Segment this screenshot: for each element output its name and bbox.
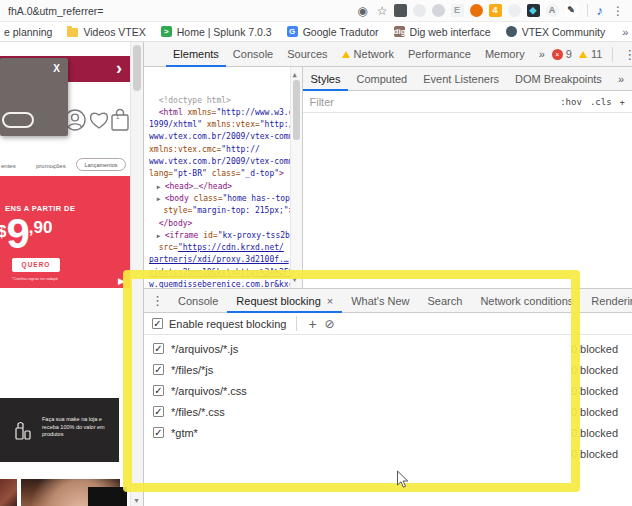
url-text[interactable]: fhA.0&utm_referrer= bbox=[8, 5, 103, 17]
tab-label: Memory bbox=[485, 42, 525, 67]
warning-count[interactable]: 11 bbox=[591, 48, 602, 60]
bookmarks-bar: e planningVideos VTEX>Home | Splunk 7.0.… bbox=[0, 22, 632, 42]
cart-count-badge: 1 bbox=[116, 114, 119, 120]
code-line[interactable]: ▶ <iframe id="kx-proxy-tss2bmn10" bbox=[149, 230, 288, 242]
product-photo[interactable] bbox=[0, 479, 17, 506]
orange-square-extension-icon[interactable]: 4 bbox=[489, 4, 502, 17]
elements-scrollbar[interactable]: ▲ ▼ bbox=[290, 67, 302, 288]
scrollbar-thumb[interactable] bbox=[293, 80, 300, 140]
devtools-tab-network[interactable]: Network bbox=[335, 42, 401, 67]
send-icon[interactable]: ◉ bbox=[357, 4, 367, 18]
dark-blue-extension-icon[interactable]: ◆ bbox=[527, 4, 540, 17]
wishlist-heart-icon[interactable] bbox=[88, 110, 110, 130]
tab-label: Network bbox=[354, 42, 394, 67]
dig-icon: dig bbox=[394, 26, 405, 37]
bookmark-label: Dig web interface bbox=[410, 26, 491, 38]
styles-content bbox=[303, 113, 632, 288]
popup-close-icon[interactable]: X bbox=[53, 63, 60, 74]
nav-launches-button[interactable]: Lançamentos bbox=[76, 158, 126, 171]
scroll-down-icon[interactable]: ▼ bbox=[133, 497, 140, 504]
code-line[interactable]: ▶ <body class="home has--topbanner" bbox=[149, 193, 288, 205]
highlight-annotation bbox=[123, 270, 580, 492]
promo-cta-button[interactable]: QUERO bbox=[12, 258, 60, 272]
new-rule-button[interactable]: + bbox=[620, 97, 625, 107]
nav-link[interactable]: entes bbox=[1, 163, 16, 169]
browser-menu-icon[interactable]: ⋮ bbox=[612, 4, 624, 18]
bookmark-item[interactable]: >Home | Splunk 7.0.3 bbox=[161, 26, 272, 38]
code-line[interactable]: style="margin-top: 215px;">… bbox=[149, 205, 288, 217]
styles-tab-»[interactable]: » bbox=[610, 67, 632, 91]
popup-button[interactable] bbox=[2, 112, 34, 128]
promo-fine-print: *Confira regras no rodapé bbox=[12, 276, 58, 281]
tab-label: Console bbox=[233, 42, 273, 67]
cart-bag-icon[interactable] bbox=[110, 108, 130, 132]
devtools-tab-sources[interactable]: Sources bbox=[280, 42, 334, 67]
bookmark-item[interactable]: digDig web interface bbox=[394, 26, 491, 38]
warning-badge-icon[interactable] bbox=[579, 51, 587, 58]
benefit-text: Faça sua make na loja e receba 100% do v… bbox=[42, 416, 110, 439]
code-line[interactable]: </body> bbox=[149, 218, 288, 230]
elements-tree[interactable]: <!doctype html> <html xmlns="http://www.… bbox=[144, 67, 302, 288]
person-extension-icon[interactable] bbox=[508, 4, 521, 17]
code-line[interactable]: partnerjs/xdi/proxy.3d2100f.… bbox=[149, 254, 288, 266]
bookmark-label: Home | Splunk 7.0.3 bbox=[177, 26, 272, 38]
bookmark-item[interactable]: e planning bbox=[4, 26, 52, 38]
code-line[interactable]: www.vtex.com.br/2009/vtex-common" bbox=[149, 131, 288, 143]
code-line[interactable]: <!doctype html> bbox=[149, 95, 288, 107]
error-badge-icon[interactable]: × bbox=[552, 49, 563, 60]
splunk-icon: > bbox=[161, 26, 172, 37]
tab-label: Sources bbox=[287, 42, 327, 67]
devtools-tab-elements[interactable]: Elements bbox=[166, 42, 226, 67]
grey-circle-extension-icon[interactable] bbox=[432, 4, 445, 17]
styles-tab-computed[interactable]: Computed bbox=[348, 67, 415, 91]
music-extension-icon[interactable]: ♪ bbox=[597, 4, 604, 18]
scrollbar-thumb[interactable] bbox=[133, 45, 141, 91]
promo-price: $9,90 bbox=[0, 212, 52, 256]
code-line[interactable]: src="https://cdn.krxd.net/ bbox=[149, 242, 288, 254]
circle-extension-icon[interactable] bbox=[413, 4, 426, 17]
bookmarks-overflow-icon[interactable]: » bbox=[622, 26, 628, 38]
bookmark-item[interactable]: Videos VTEX bbox=[67, 26, 145, 38]
orange-dot-extension-icon[interactable] bbox=[470, 4, 483, 17]
star-bookmark-icon[interactable]: ☆ bbox=[377, 4, 388, 18]
devtools-menu-icon[interactable]: ⋮ bbox=[616, 47, 632, 62]
styles-tab-styles[interactable]: Styles bbox=[303, 67, 349, 91]
devtools-toolbar: ElementsConsoleSourcesNetworkPerformance… bbox=[144, 42, 632, 67]
styles-tab-dom-breakpoints[interactable]: DOM Breakpoints bbox=[507, 67, 610, 91]
hover-toggle[interactable]: :hov bbox=[560, 97, 582, 107]
letter-a-extension-icon[interactable]: A bbox=[546, 4, 559, 17]
carousel-next-icon[interactable]: › bbox=[116, 58, 122, 79]
code-line[interactable]: <html xmlns="http://www.w3.org/ bbox=[149, 107, 288, 119]
bookmark-item[interactable]: GGoogle Tradutor bbox=[287, 26, 379, 38]
styles-sidebar: StylesComputedEvent ListenersDOM Breakpo… bbox=[302, 67, 632, 288]
tab-label: Performance bbox=[408, 42, 471, 67]
promo-banner[interactable]: ENS A PARTIR DE $9,90 QUERO *Confira reg… bbox=[0, 176, 130, 288]
drawer-tab-rendering[interactable]: Rendering bbox=[582, 289, 632, 313]
tab-label: » bbox=[539, 42, 545, 67]
code-line[interactable]: www.vtex.com.br/2009/vtex-commerce" bbox=[149, 156, 288, 168]
devtools-tab-console[interactable]: Console bbox=[226, 42, 280, 67]
bookmark-item[interactable]: VTEX Community bbox=[506, 26, 605, 38]
devtools-tab-memory[interactable]: Memory bbox=[478, 42, 532, 67]
nav-link[interactable]: promoções bbox=[36, 163, 66, 169]
devtools-tab-performance[interactable]: Performance bbox=[401, 42, 478, 67]
warning-icon bbox=[342, 51, 350, 58]
code-line[interactable]: ▶ <head>…</head> bbox=[149, 181, 288, 193]
devtools-tab-»[interactable]: » bbox=[532, 42, 552, 67]
code-line[interactable]: xmlns:vtex.cmc="http:// bbox=[149, 144, 288, 156]
bookmark-label: e planning bbox=[4, 26, 52, 38]
code-line[interactable]: 1999/xhtml" xmlns:vtex="http:// bbox=[149, 119, 288, 131]
toolbar-divider bbox=[587, 4, 588, 17]
shield-extension-icon[interactable] bbox=[394, 4, 407, 17]
pen-extension-icon[interactable]: ✎ bbox=[565, 4, 578, 17]
toolbar-divider bbox=[612, 47, 613, 62]
mouse-cursor bbox=[396, 470, 409, 489]
folder-icon bbox=[67, 28, 78, 37]
styles-tab-event-listeners[interactable]: Event Listeners bbox=[415, 67, 507, 91]
bookmark-label: Google Tradutor bbox=[303, 26, 379, 38]
error-count[interactable]: 9 bbox=[566, 48, 572, 60]
code-line[interactable]: lang="pt-BR" class="_d-top"> bbox=[149, 168, 288, 180]
styles-filter-input[interactable]: Filter bbox=[310, 96, 334, 108]
class-toggle[interactable]: .cls bbox=[590, 97, 612, 107]
letter-e-extension-icon[interactable]: E bbox=[451, 4, 464, 17]
